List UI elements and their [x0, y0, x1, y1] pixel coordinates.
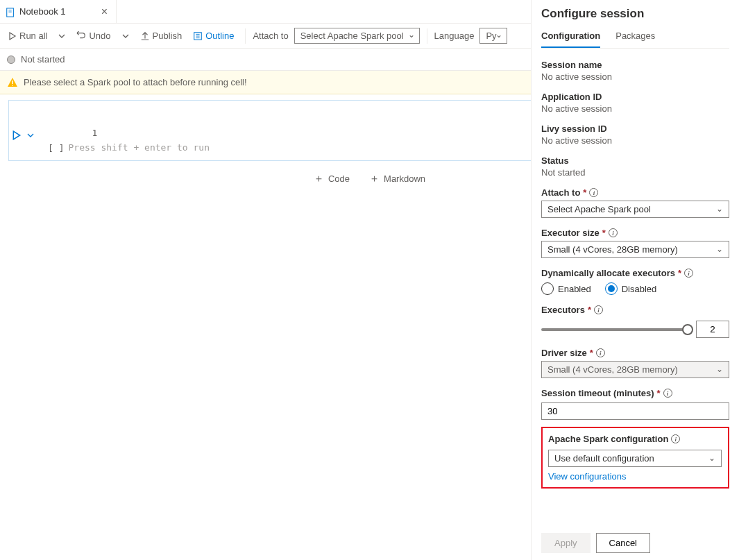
spark-config-value: Use default configuration [554, 453, 654, 464]
livy-id-value: No active session [541, 135, 729, 146]
tab-packages[interactable]: Packages [615, 31, 655, 48]
spark-config-select[interactable]: Use default configuration [548, 450, 722, 467]
slider-thumb[interactable] [682, 324, 693, 335]
svg-marker-3 [10, 33, 15, 40]
required-indicator: * [588, 305, 591, 315]
view-configurations-link[interactable]: View configurations [548, 471, 627, 482]
status-text: Not started [21, 54, 65, 65]
language-value: Py [486, 31, 496, 41]
warning-text: Please select a Spark pool to attach bef… [24, 77, 247, 87]
plus-icon: ＋ [369, 172, 380, 185]
add-markdown-button[interactable]: ＋Markdown [369, 172, 425, 185]
notebook-icon [6, 6, 15, 17]
attach-to-field-value: Select Apache Spark pool [547, 204, 651, 214]
run-all-label: Run all [19, 31, 47, 41]
add-code-button[interactable]: ＋Code [314, 172, 350, 185]
cancel-button[interactable]: Cancel [596, 533, 650, 553]
tab-configuration[interactable]: Configuration [541, 31, 600, 48]
executors-label: Executors [541, 305, 585, 315]
run-all-dropdown[interactable] [54, 30, 69, 42]
execution-count: [ ] [44, 124, 64, 153]
application-id-label: Application ID [541, 92, 729, 102]
info-icon[interactable]: i [596, 348, 605, 357]
attach-to-label: Attach to [253, 31, 288, 41]
required-indicator: * [678, 268, 681, 278]
session-status-value: Not started [541, 167, 729, 178]
required-indicator: * [602, 228, 606, 238]
warning-icon [7, 76, 18, 88]
executors-slider[interactable] [541, 328, 688, 331]
svg-rect-0 [7, 8, 14, 17]
outline-label: Outline [205, 31, 234, 41]
info-icon[interactable]: i [684, 269, 693, 278]
add-markdown-label: Markdown [384, 173, 425, 184]
panel-tabs: Configuration Packages [541, 31, 729, 49]
svg-marker-16 [13, 131, 19, 139]
tab-label: Notebook 1 [19, 6, 66, 17]
executor-size-select[interactable]: Small (4 vCores, 28GB memory) [541, 241, 729, 258]
info-icon[interactable]: i [594, 305, 603, 314]
attach-to-select[interactable]: Select Apache Spark pool [294, 28, 420, 44]
dynamic-alloc-label: Dynamically allocate executors [541, 268, 675, 278]
info-icon[interactable]: i [663, 389, 672, 398]
language-label: Language [434, 31, 475, 41]
undo-label: Undo [89, 31, 110, 41]
undo-button[interactable]: Undo [72, 28, 114, 44]
spark-config-label: Apache Spark configuration [548, 434, 668, 444]
panel-footer: Apply Cancel [541, 525, 729, 553]
required-indicator: * [583, 187, 586, 198]
executors-input[interactable] [696, 321, 729, 338]
status-dot-icon [7, 56, 15, 64]
application-id-value: No active session [541, 103, 729, 114]
play-icon[interactable] [12, 129, 22, 140]
chevron-down-icon[interactable] [27, 130, 34, 139]
outline-button[interactable]: Outline [189, 28, 238, 44]
timeout-label: Session timeout (minutes) [541, 388, 654, 398]
driver-size-value: Small (4 vCores, 28GB memory) [547, 364, 678, 375]
toolbar-divider [245, 28, 246, 44]
livy-id-label: Livy session ID [541, 124, 729, 134]
svg-point-13 [12, 85, 13, 86]
plus-icon: ＋ [314, 172, 324, 185]
notebook-tab[interactable]: Notebook 1 × [0, 0, 117, 23]
configure-session-panel: Configure session Configuration Packages… [531, 0, 739, 560]
session-name-label: Session name [541, 60, 729, 70]
timeout-input[interactable] [541, 402, 729, 420]
publish-button[interactable]: Publish [136, 28, 187, 44]
session-status-label: Status [541, 155, 729, 166]
attach-to-field-label: Attach to [541, 187, 580, 198]
session-name-value: No active session [541, 71, 729, 82]
driver-size-label: Driver size [541, 348, 587, 358]
required-indicator: * [657, 388, 661, 398]
info-icon[interactable]: i [589, 188, 598, 197]
toolbar-divider-2 [427, 28, 427, 44]
spark-config-highlight: Apache Spark configuration i Use default… [541, 427, 729, 489]
executor-size-label: Executor size [541, 228, 600, 238]
panel-title: Configure session [541, 7, 729, 21]
radio-disabled-label: Disabled [622, 284, 657, 294]
attach-to-field-select[interactable]: Select Apache Spark pool [541, 201, 729, 218]
add-code-label: Code [328, 173, 350, 184]
info-icon[interactable]: i [609, 228, 618, 237]
undo-dropdown[interactable] [118, 30, 133, 42]
radio-enabled-label: Enabled [558, 284, 591, 294]
info-icon[interactable]: i [671, 434, 680, 443]
driver-size-select: Small (4 vCores, 28GB memory) [541, 361, 729, 378]
radio-disabled[interactable]: Disabled [605, 282, 657, 295]
apply-button: Apply [541, 533, 591, 553]
radio-enabled[interactable]: Enabled [541, 282, 591, 295]
publish-label: Publish [153, 31, 182, 41]
run-all-button[interactable]: Run all [4, 28, 51, 44]
close-icon[interactable]: × [101, 6, 108, 18]
line-number: 1 [71, 128, 111, 138]
executor-size-value: Small (4 vCores, 28GB memory) [547, 244, 678, 255]
required-indicator: * [590, 348, 593, 358]
language-select[interactable]: Py [479, 28, 507, 44]
attach-to-value: Select Apache Spark pool [300, 31, 404, 41]
